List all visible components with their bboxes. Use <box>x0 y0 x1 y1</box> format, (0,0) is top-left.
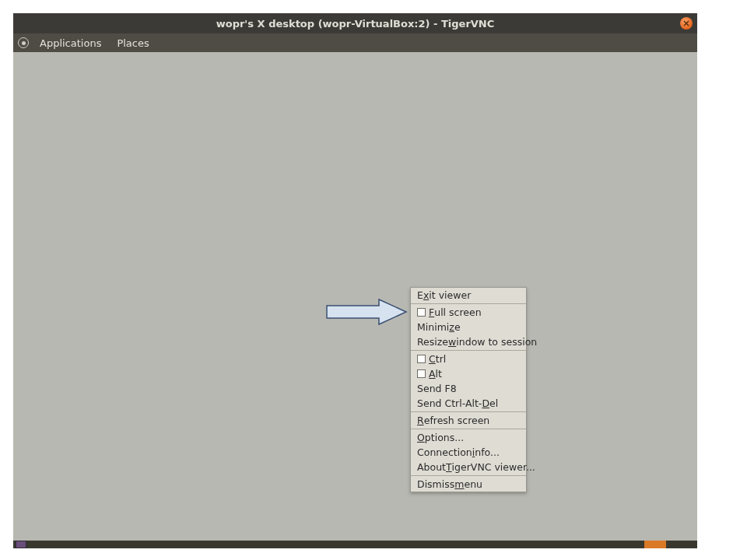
menu-resize-window[interactable]: Resize window to session <box>411 334 526 349</box>
menu-exit-viewer[interactable]: Exit viewer <box>411 288 526 303</box>
menu-send-ctrl-alt-del[interactable]: Send Ctrl-Alt-Del <box>411 396 526 411</box>
menu-places[interactable]: Places <box>110 36 155 51</box>
menu-applications[interactable]: Applications <box>33 36 107 51</box>
separator <box>411 411 526 412</box>
menu-about[interactable]: About TigerVNC viewer... <box>411 460 526 474</box>
separator <box>411 429 526 429</box>
menu-send-f8[interactable]: Send F8 <box>411 381 526 396</box>
separator <box>411 475 526 476</box>
titlebar[interactable]: wopr's X desktop (wopr-VirtualBox:2) - T… <box>13 13 697 33</box>
menu-ctrl[interactable]: Ctrl <box>411 352 526 366</box>
menubar: Applications Places <box>13 33 697 52</box>
checkbox-icon <box>417 308 426 317</box>
taskbar-accent <box>644 541 666 548</box>
menu-refresh-screen[interactable]: Refresh screen <box>411 413 526 428</box>
separator <box>411 350 526 351</box>
vnc-window: wopr's X desktop (wopr-VirtualBox:2) - T… <box>13 13 697 548</box>
menu-alt[interactable]: Alt <box>411 366 526 381</box>
taskbar[interactable] <box>13 541 697 548</box>
taskbar-app-icon[interactable] <box>16 541 26 548</box>
desktop-area[interactable]: Exit viewer Full screen Minimize Resize … <box>13 52 697 541</box>
checkbox-icon <box>417 369 426 378</box>
checkbox-icon <box>417 355 426 363</box>
menu-full-screen[interactable]: Full screen <box>411 305 526 320</box>
menu-connection-info[interactable]: Connection info... <box>411 445 526 460</box>
window-title: wopr's X desktop (wopr-VirtualBox:2) - T… <box>216 18 495 30</box>
separator <box>411 303 526 304</box>
distributor-logo-icon[interactable] <box>18 37 29 48</box>
menu-options[interactable]: Options... <box>411 430 526 445</box>
arrow-annotation-icon <box>324 298 410 329</box>
menu-minimize[interactable]: Minimize <box>411 320 526 334</box>
menu-dismiss[interactable]: Dismiss menu <box>411 477 526 492</box>
svg-marker-2 <box>327 299 406 324</box>
vnc-context-menu: Exit viewer Full screen Minimize Resize … <box>410 287 527 492</box>
close-button[interactable] <box>680 17 693 30</box>
close-icon <box>683 20 689 26</box>
